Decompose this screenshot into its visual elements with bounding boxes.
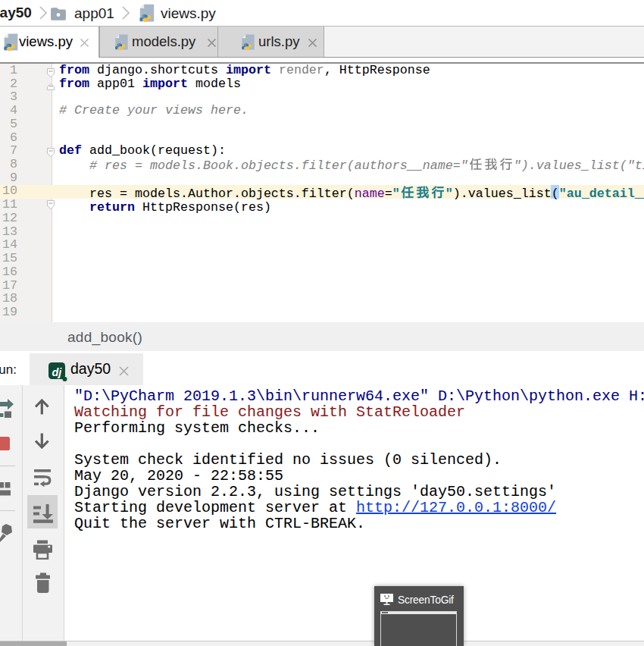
svg-text:dj: dj [52, 365, 63, 378]
